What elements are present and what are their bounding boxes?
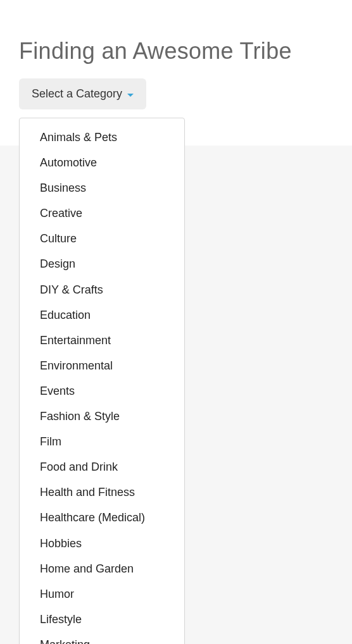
category-option[interactable]: Education [20, 302, 184, 328]
category-option[interactable]: DIY & Crafts [20, 277, 184, 302]
category-option[interactable]: Entertainment [20, 328, 184, 353]
category-dropdown: Select a Category Animals & Pets Automot… [19, 78, 146, 109]
category-option[interactable]: Environmental [20, 353, 184, 378]
category-option[interactable]: Fashion & Style [20, 404, 184, 429]
category-option[interactable]: Marketing [20, 632, 184, 644]
category-option[interactable]: Animals & Pets [20, 125, 184, 150]
category-dropdown-menu: Animals & Pets Automotive Business Creat… [19, 118, 185, 644]
category-option[interactable]: Culture [20, 226, 184, 251]
category-option[interactable]: Lifestyle [20, 607, 184, 632]
category-option[interactable]: Health and Fitness [20, 480, 184, 505]
category-option[interactable]: Food and Drink [20, 454, 184, 480]
category-option[interactable]: Business [20, 175, 184, 201]
select-category-label: Select a Category [32, 87, 122, 101]
category-option[interactable]: Hobbies [20, 531, 184, 556]
category-option[interactable]: Events [20, 378, 184, 404]
page-title: Finding an Awesome Tribe [19, 38, 333, 65]
category-option[interactable]: Automotive [20, 150, 184, 175]
select-category-button[interactable]: Select a Category [19, 78, 146, 109]
category-option[interactable]: Creative [20, 201, 184, 226]
category-option[interactable]: Film [20, 429, 184, 454]
caret-down-icon [127, 94, 134, 97]
category-option[interactable]: Design [20, 251, 184, 276]
category-option[interactable]: Humor [20, 581, 184, 607]
upper-region: Finding an Awesome Tribe Select a Catego… [0, 0, 352, 146]
category-option[interactable]: Healthcare (Medical) [20, 505, 184, 530]
category-option[interactable]: Home and Garden [20, 556, 184, 581]
